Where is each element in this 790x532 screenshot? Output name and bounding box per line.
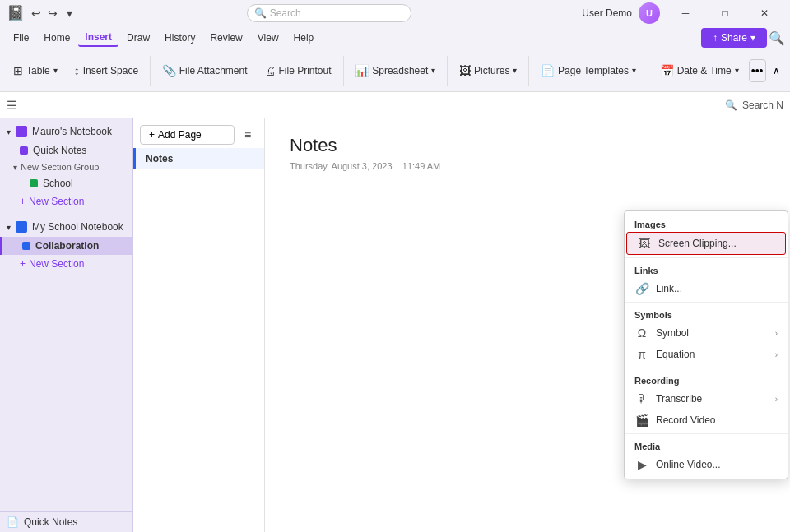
group-collapse-icon: ▾ — [13, 163, 17, 172]
more-options-button[interactable]: ••• — [749, 59, 766, 82]
bottom-quick-notes-label: Quick Notes — [24, 516, 77, 528]
screen-clipping-icon: 🖼 — [637, 237, 652, 250]
dropdown-online-video[interactable]: ▶ Online Video... — [625, 454, 788, 475]
maximize-button[interactable]: □ — [706, 0, 744, 26]
title-bar: 📓 ↩ ↪ ▾ 🔍 Search User Demo U ─ □ ✕ — [0, 0, 790, 26]
new-section-group-label: New Section Group — [21, 162, 99, 172]
hamburger-icon[interactable]: ☰ — [7, 99, 17, 112]
search-row-text[interactable]: Search N — [742, 99, 783, 111]
collapse-ribbon-button[interactable]: ∧ — [769, 61, 783, 81]
global-search-box[interactable]: 🔍 Search — [247, 4, 411, 22]
sort-pages-button[interactable]: ≡ — [238, 125, 258, 145]
insert-space-icon: ↕ — [74, 64, 80, 77]
dropdown-divider-4 — [625, 433, 788, 434]
note-title: Notes — [290, 135, 765, 156]
add-section-btn-1[interactable]: + New Section — [0, 192, 132, 210]
sidebar-item-quick-notes[interactable]: Quick Notes — [0, 141, 132, 160]
dropdown-symbol[interactable]: Ω Symbol › — [625, 322, 788, 344]
share-label: Share — [721, 32, 747, 44]
link-label: Link... — [656, 283, 682, 294]
add-section-btn-2[interactable]: + New Section — [0, 255, 132, 273]
dropdown-recording-header: Recording — [625, 371, 788, 388]
dropdown-symbols-header: Symbols — [625, 305, 788, 322]
file-printout-button[interactable]: 🖨 File Printout — [258, 61, 338, 81]
window-controls: ─ □ ✕ — [667, 0, 783, 26]
undo-button[interactable]: ↩ — [30, 7, 43, 20]
symbol-icon: Ω — [634, 326, 649, 340]
record-video-label: Record Video — [656, 414, 716, 426]
search-row-right: 🔍 Search N — [725, 99, 783, 111]
record-video-icon: 🎬 — [634, 414, 649, 427]
menu-view[interactable]: View — [251, 30, 286, 46]
redo-button[interactable]: ↪ — [46, 7, 59, 20]
menu-file[interactable]: File — [7, 30, 35, 46]
ribbon-search-btn[interactable]: 🔍 — [770, 31, 783, 44]
sidebar-item-school[interactable]: School — [0, 174, 132, 192]
menu-help[interactable]: Help — [287, 30, 321, 46]
dropdown-record-video[interactable]: 🎬 Record Video — [625, 409, 788, 431]
symbol-arrow-icon: › — [775, 329, 778, 338]
quick-notes-color — [20, 146, 28, 155]
spreadsheet-button[interactable]: 📊 Spreadsheet ▾ — [348, 61, 442, 81]
main-layout: ▾ Mauro's Notebook Quick Notes ▾ New Sec… — [0, 118, 790, 532]
pictures-button[interactable]: 🖼 Pictures ▾ — [453, 61, 523, 81]
table-icon: ⊞ — [13, 64, 23, 77]
menu-draw[interactable]: Draw — [120, 30, 156, 46]
search-icon: 🔍 — [254, 7, 267, 19]
sidebar-item-collaboration[interactable]: Collaboration — [0, 237, 132, 255]
share-button[interactable]: ↑ Share ▾ — [701, 28, 767, 48]
page-item-notes[interactable]: Notes — [133, 148, 264, 169]
spreadsheet-dropdown-icon: ▾ — [431, 66, 435, 75]
pages-header: + Add Page ≡ — [133, 118, 264, 148]
equation-icon: π — [634, 348, 649, 361]
customize-button[interactable]: ▾ — [63, 7, 76, 20]
date-time-button[interactable]: 📅 Date & Time ▾ — [653, 61, 746, 81]
sidebar-notebook-mauros[interactable]: ▾ Mauro's Notebook — [0, 122, 132, 141]
insert-space-label: Insert Space — [83, 65, 138, 76]
date-time-dropdown-icon: ▾ — [735, 66, 739, 75]
quick-notes-bottom-icon: 📄 — [7, 516, 19, 528]
dropdown-screen-clipping[interactable]: 🖼 Screen Clipping... — [626, 232, 786, 255]
table-button[interactable]: ⊞ Table ▾ — [7, 61, 64, 81]
file-attachment-label: File Attachment — [179, 65, 248, 76]
add-page-button[interactable]: + Add Page — [140, 125, 235, 145]
ribbon: ⊞ Table ▾ ↕ Insert Space 📎 File Attachme… — [0, 49, 790, 92]
sidebar: ▾ Mauro's Notebook Quick Notes ▾ New Sec… — [0, 118, 133, 532]
pages-panel: + Add Page ≡ Notes — [133, 118, 265, 532]
page-templates-button[interactable]: 📄 Page Templates ▾ — [534, 61, 643, 81]
dropdown-menu: Images 🖼 Screen Clipping... Links 🔗 Link… — [624, 210, 788, 479]
file-attachment-button[interactable]: 📎 File Attachment — [156, 61, 254, 81]
search-row-icon: 🔍 — [725, 99, 737, 111]
school-color — [30, 179, 38, 187]
ribbon-right-area: ↑ Share ▾ 🔍 — [701, 28, 783, 48]
bottom-quick-notes[interactable]: 📄 Quick Notes — [0, 511, 132, 532]
close-button[interactable]: ✕ — [746, 0, 783, 26]
page-item-notes-label: Notes — [146, 153, 173, 164]
menu-review[interactable]: Review — [203, 30, 249, 46]
minimize-button[interactable]: ─ — [667, 0, 704, 26]
title-right-area: User Demo U ─ □ ✕ — [582, 0, 783, 26]
sidebar-notebook-myschool[interactable]: ▾ My School Notebook — [0, 217, 132, 237]
user-name-label: User Demo — [582, 7, 632, 19]
avatar[interactable]: U — [639, 2, 660, 24]
page-templates-icon: 📄 — [541, 64, 555, 77]
share-dropdown-icon: ▾ — [750, 32, 755, 44]
dropdown-images-header: Images — [625, 215, 788, 232]
ribbon-divider-4 — [528, 56, 529, 86]
sidebar-group-new-section: ▾ New Section Group — [0, 160, 132, 174]
dropdown-transcribe[interactable]: 🎙 Transcribe › — [625, 388, 788, 409]
menu-insert[interactable]: Insert — [78, 29, 118, 47]
screen-clipping-label: Screen Clipping... — [658, 238, 737, 249]
ribbon-divider-5 — [648, 56, 648, 86]
note-meta: Thursday, August 3, 2023 11:49 AM — [290, 161, 765, 171]
dropdown-link[interactable]: 🔗 Link... — [625, 278, 788, 299]
add-page-icon: + — [149, 129, 155, 141]
mauros-notebook-icon — [16, 126, 27, 137]
dropdown-equation[interactable]: π Equation › — [625, 344, 788, 365]
online-video-icon: ▶ — [634, 458, 649, 471]
insert-space-button[interactable]: ↕ Insert Space — [67, 61, 145, 81]
menu-history[interactable]: History — [158, 30, 202, 46]
transcribe-label: Transcribe — [656, 393, 702, 405]
collaboration-color — [22, 242, 30, 250]
menu-home[interactable]: Home — [37, 30, 77, 46]
